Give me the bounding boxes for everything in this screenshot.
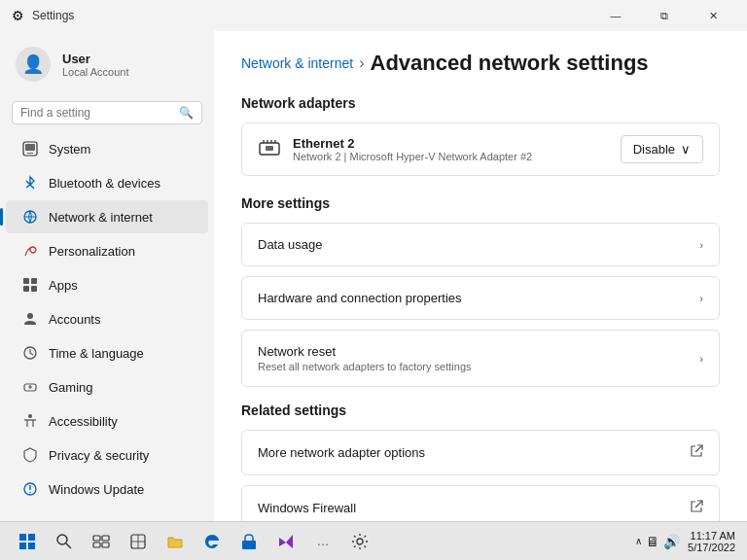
hardware-label: Hardware and connection properties — [258, 291, 462, 305]
user-account-type: Local Account — [62, 66, 129, 78]
breadcrumb-parent[interactable]: Network & internet — [241, 55, 353, 71]
settings-icon-title: ⚙ — [12, 8, 24, 23]
nav-privacy[interactable]: Privacy & security — [6, 438, 208, 472]
user-profile[interactable]: 👤 User Local Account — [0, 39, 214, 97]
settings-row-hardware[interactable]: Hardware and connection properties › — [241, 276, 720, 320]
minimize-button[interactable]: — — [593, 0, 638, 31]
settings-row-adapter-options[interactable]: More network adapter options — [241, 430, 720, 475]
page-title: Advanced network settings — [371, 51, 649, 76]
svg-rect-7 — [31, 286, 37, 292]
settings-row-firewall[interactable]: Windows Firewall — [241, 485, 720, 521]
svg-rect-1 — [25, 144, 35, 151]
vs-button[interactable] — [270, 526, 302, 557]
edge-browser-button[interactable] — [196, 526, 228, 557]
nav-windows-update[interactable]: Windows Update — [6, 472, 208, 506]
settings-row-data-usage[interactable]: Data usage › — [241, 223, 720, 266]
time-display: 11:17 AM — [691, 530, 735, 542]
accounts-icon — [21, 310, 39, 328]
system-icon — [21, 140, 39, 158]
titlebar-controls: — ⧉ ✕ — [593, 0, 735, 31]
network-icon — [21, 208, 39, 226]
apps-icon — [21, 276, 39, 294]
nav-accounts[interactable]: Accounts — [6, 302, 208, 335]
svg-point-8 — [27, 313, 33, 319]
date-display: 5/17/2022 — [688, 542, 735, 553]
titlebar-left: ⚙ Settings — [12, 8, 74, 23]
adapter-description: Network 2 | Microsoft Hyper-V Network Ad… — [293, 151, 609, 162]
personalization-label: Personalization — [49, 244, 135, 259]
gaming-label: Gaming — [49, 380, 93, 395]
file-explorer-button[interactable] — [160, 526, 191, 557]
search-icon: 🔍 — [179, 106, 194, 120]
search-input[interactable] — [20, 106, 173, 120]
widgets-button[interactable] — [123, 526, 154, 557]
svg-rect-4 — [23, 278, 29, 284]
nav-personalization[interactable]: Personalization — [6, 234, 208, 267]
svg-rect-23 — [93, 542, 100, 547]
svg-point-19 — [57, 535, 67, 544]
firewall-external-icon — [690, 500, 703, 516]
svg-point-11 — [28, 414, 32, 418]
time-icon — [21, 344, 39, 362]
restore-button[interactable]: ⧉ — [642, 0, 687, 31]
nav-time[interactable]: Time & language — [6, 336, 208, 369]
window-title: Settings — [32, 9, 74, 22]
accounts-label: Accounts — [49, 312, 100, 327]
dots-icon-button[interactable]: … — [307, 526, 338, 557]
taskbar: … ∧ 🖥 🔊 11:17 AM 5/17/2022 — [0, 521, 747, 560]
breadcrumb-separator: › — [359, 54, 364, 72]
close-button[interactable]: ✕ — [691, 0, 735, 31]
bluetooth-label: Bluetooth & devices — [49, 176, 160, 191]
avatar: 👤 — [16, 47, 51, 82]
hardware-chevron-icon: › — [699, 293, 703, 304]
svg-rect-17 — [19, 542, 26, 549]
svg-rect-21 — [93, 536, 100, 541]
firewall-label: Windows Firewall — [258, 501, 356, 515]
taskbar-search-button[interactable] — [49, 526, 80, 557]
sidebar: 👤 User Local Account 🔍 System Bluetooth … — [0, 31, 214, 521]
store-button[interactable] — [233, 526, 265, 557]
apps-label: Apps — [49, 278, 78, 293]
ethernet-icon — [258, 137, 281, 161]
nav-accessibility[interactable]: Accessibility — [6, 404, 208, 438]
nav-bluetooth[interactable]: Bluetooth & devices — [6, 166, 208, 199]
nav-gaming[interactable]: Gaming — [6, 370, 208, 403]
accessibility-icon — [21, 412, 39, 430]
settings-taskbar-button[interactable] — [344, 526, 375, 557]
data-usage-label: Data usage — [258, 237, 323, 252]
svg-rect-18 — [28, 542, 35, 549]
svg-rect-22 — [102, 536, 109, 541]
disable-button[interactable]: Disable ∨ — [621, 135, 703, 163]
adapters-section-title: Network adapters — [241, 95, 720, 111]
adapter-options-label: More network adapter options — [258, 445, 425, 460]
svg-point-27 — [357, 539, 363, 544]
data-usage-chevron-icon: › — [699, 239, 703, 251]
time-label: Time & language — [49, 346, 144, 361]
search-box[interactable]: 🔍 — [12, 101, 202, 124]
nav-network[interactable]: Network & internet — [6, 200, 208, 233]
breadcrumb: Network & internet › Advanced network se… — [241, 51, 720, 76]
user-name: User — [62, 52, 129, 66]
settings-row-network-reset[interactable]: Network reset Reset all network adapters… — [241, 330, 720, 387]
network-reset-subtitle: Reset all network adapters to factory se… — [258, 361, 472, 372]
taskbar-right: ∧ 🖥 🔊 11:17 AM 5/17/2022 — [635, 530, 735, 553]
nav-system[interactable]: System — [6, 132, 208, 165]
system-clock[interactable]: 11:17 AM 5/17/2022 — [688, 530, 735, 553]
svg-rect-26 — [242, 541, 256, 549]
svg-line-20 — [66, 543, 71, 548]
windows-update-label: Windows Update — [49, 482, 144, 497]
adapter-options-external-icon — [690, 444, 703, 461]
adapter-card-ethernet2: Ethernet 2 Network 2 | Microsoft Hyper-V… — [241, 122, 720, 176]
svg-rect-5 — [31, 278, 37, 284]
svg-rect-6 — [23, 286, 29, 292]
svg-rect-24 — [102, 542, 109, 547]
adapter-name: Ethernet 2 — [293, 136, 609, 151]
system-tray: ∧ 🖥 🔊 — [635, 534, 680, 549]
privacy-icon — [21, 446, 39, 464]
tray-chevron-icon[interactable]: ∧ — [635, 536, 642, 546]
nav-apps[interactable]: Apps — [6, 268, 208, 301]
content-area: Network & internet › Advanced network se… — [214, 31, 747, 521]
task-view-button[interactable] — [86, 526, 117, 557]
start-button[interactable] — [12, 526, 43, 557]
privacy-label: Privacy & security — [49, 448, 149, 463]
